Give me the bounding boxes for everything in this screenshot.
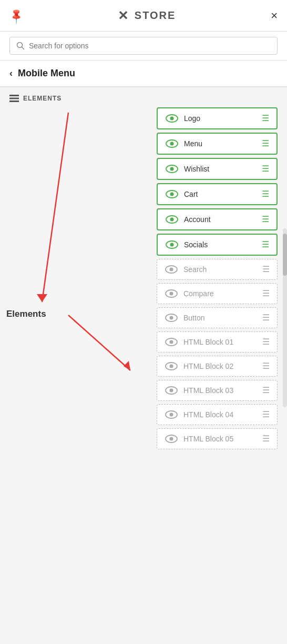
drag-handle-button[interactable]: ☰: [262, 314, 270, 322]
drag-handle-html-block-01[interactable]: ☰: [262, 338, 270, 346]
drag-handle-html-block-03[interactable]: ☰: [262, 386, 270, 395]
element-label-html-block-02: HTML Block 02: [183, 362, 233, 370]
element-item-html-block-04[interactable]: HTML Block 04 ☰: [157, 404, 278, 425]
scroll-thumb[interactable]: [283, 234, 287, 276]
element-item-html-block-03[interactable]: HTML Block 03 ☰: [157, 380, 278, 401]
svg-point-17: [170, 243, 174, 247]
element-label-account: Account: [184, 215, 211, 224]
element-label-wishlist: Wishlist: [184, 165, 209, 173]
svg-rect-5: [9, 100, 19, 102]
svg-point-28: [170, 316, 173, 320]
element-label-socials: Socials: [184, 240, 208, 249]
svg-point-38: [170, 437, 173, 441]
element-label-html-block-01: HTML Block 01: [183, 338, 233, 346]
element-item-html-block-05[interactable]: HTML Block 05 ☰: [157, 428, 278, 449]
element-label-cart: Cart: [184, 190, 198, 198]
element-item-button[interactable]: Button ☰: [157, 307, 278, 328]
drag-handle-logo[interactable]: ☰: [262, 114, 269, 123]
header: 📌 ✕ STORE ×: [0, 0, 287, 32]
svg-point-26: [170, 292, 173, 296]
svg-line-2: [22, 47, 24, 49]
eye-icon-button: [165, 313, 178, 323]
pin-icon[interactable]: 📌: [7, 6, 25, 25]
element-label-logo: Logo: [184, 114, 200, 123]
element-label-menu: Menu: [184, 139, 202, 148]
svg-point-30: [170, 340, 173, 344]
drag-handle-search[interactable]: ☰: [262, 265, 270, 274]
svg-point-7: [170, 117, 174, 120]
xstore-logo-icon: ✕: [118, 8, 132, 23]
svg-point-13: [170, 193, 174, 196]
eye-icon-socials: [165, 240, 179, 249]
svg-point-11: [170, 167, 174, 171]
element-label-button: Button: [183, 314, 204, 322]
eye-icon-compare: [165, 289, 178, 298]
eye-icon-menu: [165, 139, 179, 148]
svg-point-9: [170, 142, 174, 146]
eye-icon-account: [165, 215, 179, 224]
eye-icon-logo: [165, 114, 179, 123]
drag-handle-socials[interactable]: ☰: [262, 240, 269, 249]
drag-handle-menu[interactable]: ☰: [262, 139, 269, 148]
search-bar: [0, 32, 287, 61]
eye-icon-html-block-02: [165, 361, 178, 371]
element-item-account[interactable]: Account ☰: [157, 208, 278, 230]
eye-icon-html-block-05: [165, 434, 178, 444]
logo: ✕ STORE: [118, 8, 176, 23]
element-item-search[interactable]: Search ☰: [157, 259, 278, 280]
back-arrow-icon: ‹: [9, 68, 13, 79]
search-input-wrap[interactable]: [9, 37, 278, 55]
eye-icon-cart: [165, 189, 179, 199]
element-label-html-block-04: HTML Block 04: [183, 410, 233, 419]
elements-area: Logo ☰ Menu ☰ Wishlist: [0, 107, 287, 463]
section-label: ELEMENTS: [0, 87, 287, 107]
back-nav-title: Mobile Menu: [18, 68, 75, 79]
drag-handle-account[interactable]: ☰: [262, 215, 269, 224]
drag-handle-compare[interactable]: ☰: [262, 289, 270, 298]
svg-point-36: [170, 413, 173, 417]
svg-point-15: [170, 218, 174, 222]
drag-handle-wishlist[interactable]: ☰: [262, 165, 269, 173]
elements-section-icon: [9, 95, 19, 102]
close-button[interactable]: ×: [271, 10, 278, 22]
eye-icon-search: [165, 265, 178, 274]
svg-line-21: [68, 315, 130, 370]
active-items-column: Logo ☰ Menu ☰ Wishlist: [157, 107, 278, 259]
drag-handle-cart[interactable]: ☰: [262, 190, 269, 198]
element-item-cart[interactable]: Cart ☰: [157, 183, 278, 205]
element-item-logo[interactable]: Logo ☰: [157, 107, 278, 129]
element-label-html-block-05: HTML Block 05: [183, 435, 233, 443]
element-item-socials[interactable]: Socials ☰: [157, 234, 278, 256]
svg-rect-4: [9, 98, 19, 99]
svg-point-24: [170, 268, 173, 271]
drag-handle-html-block-02[interactable]: ☰: [262, 362, 270, 370]
element-label-compare: Compare: [183, 289, 214, 298]
logo-text: STORE: [135, 9, 176, 22]
svg-line-18: [42, 113, 68, 302]
svg-marker-22: [124, 361, 130, 370]
search-icon: [16, 42, 25, 50]
svg-marker-19: [37, 294, 47, 302]
drag-handle-html-block-05[interactable]: ☰: [262, 435, 270, 443]
eye-icon-html-block-03: [165, 386, 178, 395]
svg-point-34: [170, 389, 173, 393]
inactive-items-column: Search ☰ Compare ☰ Button: [157, 259, 278, 452]
element-item-wishlist[interactable]: Wishlist ☰: [157, 158, 278, 180]
search-input[interactable]: [29, 42, 271, 50]
eye-icon-html-block-01: [165, 337, 178, 347]
element-item-html-block-01[interactable]: HTML Block 01 ☰: [157, 331, 278, 353]
element-item-html-block-02[interactable]: HTML Block 02 ☰: [157, 356, 278, 377]
scroll-track[interactable]: [283, 228, 287, 407]
element-item-menu[interactable]: Menu ☰: [157, 133, 278, 155]
svg-text:✕: ✕: [118, 8, 129, 23]
back-nav[interactable]: ‹ Mobile Menu: [0, 61, 287, 87]
element-item-compare[interactable]: Compare ☰: [157, 283, 278, 304]
svg-point-32: [170, 365, 173, 368]
eye-icon-wishlist: [165, 164, 179, 174]
svg-text:Elements: Elements: [6, 309, 46, 319]
element-label-html-block-03: HTML Block 03: [183, 386, 233, 395]
eye-icon-html-block-04: [165, 410, 178, 419]
svg-rect-3: [9, 95, 19, 96]
element-label-search: Search: [183, 265, 207, 274]
drag-handle-html-block-04[interactable]: ☰: [262, 410, 270, 419]
